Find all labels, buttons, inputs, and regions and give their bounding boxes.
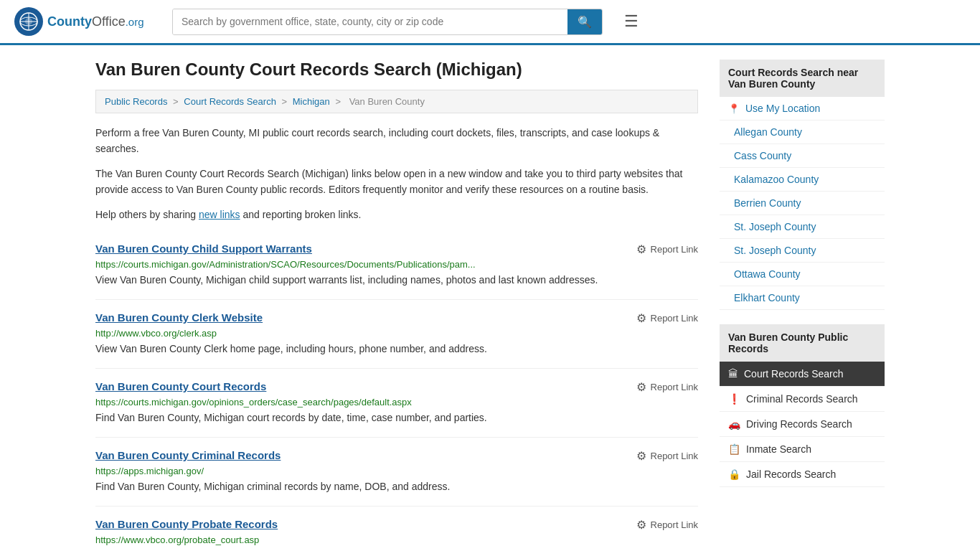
nearby-county-link[interactable]: Kalamazoo County	[720, 168, 885, 192]
nearby-section: Court Records Search near Van Buren Coun…	[720, 60, 885, 310]
list-item: Van Buren County Child Support Warrants …	[95, 231, 698, 300]
nav-item-label: Court Records Search	[744, 368, 844, 380]
report-link[interactable]: ⚙ Report Link	[636, 311, 698, 325]
nav-item-inmate-search[interactable]: 📋 Inmate Search	[720, 437, 885, 462]
nearby-county-link[interactable]: Berrien County	[720, 192, 885, 215]
breadcrumb-public-records[interactable]: Public Records	[105, 96, 167, 107]
nav-item-label: Jail Records Search	[746, 468, 836, 480]
result-header: Van Buren County Criminal Records ⚙ Repo…	[95, 449, 698, 463]
page-container: Van Buren County Court Records Search (M…	[81, 45, 899, 551]
nav-item-label: Criminal Records Search	[746, 393, 858, 405]
nav-item-label: Driving Records Search	[746, 418, 852, 430]
nav-item-court-records-search[interactable]: 🏛 Court Records Search	[720, 362, 885, 387]
result-header: Van Buren County Court Records ⚙ Report …	[95, 380, 698, 394]
list-item: Van Buren County Clerk Website ⚙ Report …	[95, 300, 698, 369]
nav-item-jail-records-search[interactable]: 🔒 Jail Records Search	[720, 462, 885, 487]
report-icon: ⚙	[636, 242, 646, 256]
public-records-section: Van Buren County Public Records 🏛 Court …	[720, 324, 885, 487]
site-header: CountyOffice.org 🔍 ☰	[0, 0, 980, 45]
nearby-county-link[interactable]: Ottawa County	[720, 263, 885, 286]
breadcrumb-michigan[interactable]: Michigan	[293, 96, 330, 107]
logo-text: CountyOffice.org	[47, 14, 144, 29]
nav-icon: 🏛	[728, 368, 738, 380]
report-icon: ⚙	[636, 311, 646, 325]
nearby-county-link[interactable]: Elkhart County	[720, 286, 885, 310]
new-links-link[interactable]: new links	[199, 209, 240, 220]
result-desc: View Van Buren County Clerk home page, i…	[95, 342, 698, 357]
nav-icon: ❗	[728, 393, 740, 405]
nearby-section-title: Court Records Search near Van Buren Coun…	[720, 60, 885, 97]
result-url[interactable]: https://courts.michigan.gov/Administrati…	[95, 259, 698, 270]
sidebar: Court Records Search near Van Buren Coun…	[720, 60, 885, 551]
description-3: Help others by sharing new links and rep…	[95, 207, 698, 222]
breadcrumb-court-records-search[interactable]: Court Records Search	[184, 96, 276, 107]
logo[interactable]: CountyOffice.org	[14, 7, 158, 36]
results-list: Van Buren County Child Support Warrants …	[95, 231, 698, 551]
result-title[interactable]: Van Buren County Child Support Warrants	[95, 242, 312, 255]
menu-icon[interactable]: ☰	[624, 12, 639, 31]
nav-icon: 🚗	[728, 418, 740, 430]
result-title[interactable]: Van Buren County Court Records	[95, 380, 266, 392]
result-title[interactable]: Van Buren County Clerk Website	[95, 311, 263, 324]
result-url[interactable]: http://www.vbco.org/clerk.asp	[95, 328, 698, 339]
result-url[interactable]: https://apps.michigan.gov/	[95, 466, 698, 476]
nav-icon: 📋	[728, 443, 740, 455]
page-title: Van Buren County Court Records Search (M…	[95, 60, 698, 80]
report-link[interactable]: ⚙ Report Link	[636, 242, 698, 256]
nav-icon: 🔒	[728, 468, 740, 480]
result-url[interactable]: https://www.vbco.org/probate_court.asp	[95, 534, 698, 545]
result-header: Van Buren County Probate Records ⚙ Repor…	[95, 518, 698, 532]
list-item: Van Buren County Probate Records ⚙ Repor…	[95, 507, 698, 551]
report-icon: ⚙	[636, 518, 646, 532]
report-icon: ⚙	[636, 449, 646, 463]
breadcrumb-current: Van Buren County	[349, 96, 425, 107]
nav-item-criminal-records-search[interactable]: ❗ Criminal Records Search	[720, 387, 885, 412]
result-title[interactable]: Van Buren County Probate Records	[95, 518, 278, 530]
logo-icon	[14, 7, 43, 36]
report-link[interactable]: ⚙ Report Link	[636, 449, 698, 463]
use-my-location-link[interactable]: 📍 Use My Location	[720, 97, 885, 121]
result-header: Van Buren County Child Support Warrants …	[95, 242, 698, 256]
report-link[interactable]: ⚙ Report Link	[636, 518, 698, 532]
result-desc: View Van Buren County, Michigan child su…	[95, 273, 698, 288]
search-bar: 🔍	[172, 9, 603, 35]
description-1: Perform a free Van Buren County, MI publ…	[95, 125, 698, 157]
nav-item-label: Inmate Search	[746, 443, 811, 455]
breadcrumb: Public Records > Court Records Search > …	[95, 90, 698, 113]
report-icon: ⚙	[636, 380, 646, 394]
nearby-county-link[interactable]: Allegan County	[720, 121, 885, 144]
nav-items: 🏛 Court Records Search ❗ Criminal Record…	[720, 362, 885, 487]
list-item: Van Buren County Criminal Records ⚙ Repo…	[95, 438, 698, 507]
nearby-county-link[interactable]: Cass County	[720, 144, 885, 168]
result-header: Van Buren County Clerk Website ⚙ Report …	[95, 311, 698, 325]
list-item: Van Buren County Court Records ⚙ Report …	[95, 369, 698, 438]
result-title[interactable]: Van Buren County Criminal Records	[95, 449, 281, 461]
location-icon: 📍	[728, 103, 740, 114]
result-url[interactable]: https://courts.michigan.gov/opinions_ord…	[95, 397, 698, 408]
search-button[interactable]: 🔍	[567, 9, 602, 34]
nearby-links: Allegan CountyCass CountyKalamazoo Count…	[720, 121, 885, 310]
search-input[interactable]	[173, 9, 567, 34]
result-desc: Find Van Buren County, Michigan court re…	[95, 410, 698, 425]
description-2: The Van Buren County Court Records Searc…	[95, 166, 698, 198]
main-content: Van Buren County Court Records Search (M…	[95, 60, 698, 551]
nearby-county-link[interactable]: St. Joseph County	[720, 239, 885, 263]
public-records-title: Van Buren County Public Records	[720, 324, 885, 362]
nav-item-driving-records-search[interactable]: 🚗 Driving Records Search	[720, 412, 885, 437]
result-desc: Find Van Buren County, Michigan criminal…	[95, 479, 698, 494]
report-link[interactable]: ⚙ Report Link	[636, 380, 698, 394]
nearby-county-link[interactable]: St. Joseph County	[720, 215, 885, 239]
